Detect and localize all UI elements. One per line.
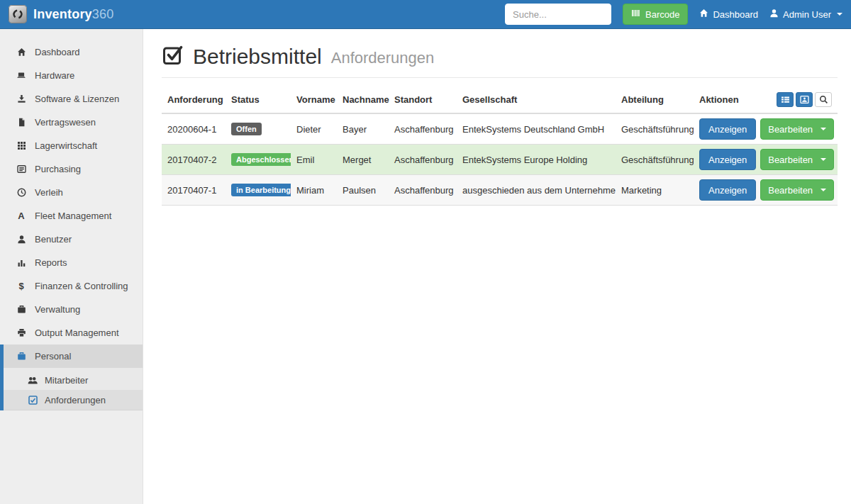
nav-dashboard-link[interactable]: Dashboard [699,9,758,20]
search-input[interactable] [505,4,611,25]
sidebar-item-finanzen-controlling[interactable]: $ Finanzen & Controlling [0,274,143,298]
view-button[interactable]: Anzeigen [699,149,756,170]
sidebar-item-benutzer[interactable]: Benutzer [0,228,143,251]
page-header: Betriebsmittel Anforderungen [162,44,838,78]
cell-abteilung: Geschäftsführung [616,145,694,175]
briefcase-icon [16,305,27,314]
sidebar-item-label: Fleet Management [35,211,111,221]
search-button[interactable] [815,92,832,107]
sidebar-item-vertragswesen[interactable]: Vertragswesen [0,111,143,134]
check-square-icon [162,44,184,69]
sidebar-item-dashboard[interactable]: Dashboard [0,40,143,64]
edit-button-label: Bearbeiten [768,124,813,135]
chevron-down-icon [821,158,826,161]
edit-button[interactable]: Bearbeiten [760,179,834,201]
cell-nachname: Bayer [337,113,389,145]
nav-dashboard-label: Dashboard [713,9,758,20]
edit-button[interactable]: Bearbeiten [760,149,834,170]
card-view-icon [800,95,809,104]
col-header-vorname: Vorname [291,86,337,113]
sidebar-item-fleet-management[interactable]: A Fleet Management [0,204,143,228]
sidebar-item-label: Finanzen & Controlling [35,281,128,291]
sidebar-active-section: Personal Mitarbeiter Anforderungen [0,345,143,410]
grid-icon [16,141,27,150]
col-header-abteilung: Abteilung [616,86,694,113]
dollar-icon: $ [16,281,27,291]
sidebar-item-label: Purchasing [35,164,81,174]
cell-standort: Aschaffenburg [389,113,457,145]
user-menu-label: Admin User [783,9,831,20]
edit-button-label: Bearbeiten [768,185,813,196]
sidebar-item-label: Software & Lizenzen [35,94,119,104]
cell-vorname: Miriam [291,175,337,206]
sidebar-item-personal[interactable]: Personal [0,345,143,368]
sidebar-subitem-label: Anforderungen [45,395,106,405]
briefcase-icon [16,352,27,361]
sidebar-item-label: Output Management [35,327,119,338]
sidebar-item-label: Verwaltung [35,304,80,315]
laptop-icon [16,71,27,80]
sidebar-item-reports[interactable]: Reports [0,251,143,274]
user-icon [769,9,779,20]
document-icon [16,118,27,127]
view-button[interactable]: Anzeigen [699,118,756,140]
printer-icon [16,328,27,337]
card-view-button[interactable] [796,92,813,107]
brand-title: Inventory360 [33,7,113,22]
cell-abteilung: Marketing [616,175,694,206]
cell-gesellschaft: EntekSystems Deutschland GmbH [457,113,616,145]
sidebar-item-lagerwirtschaft[interactable]: Lagerwirtschaft [0,134,143,157]
sidebar-item-label: Lagerwirtschaft [35,140,97,151]
cell-anforderung: 20170407-2 [162,145,226,175]
col-header-standort: Standort [389,86,457,113]
barcode-button[interactable]: Barcode [623,4,688,25]
table-toolbar [777,92,832,107]
brand-link[interactable]: Inventory360 [9,5,113,23]
list-view-button[interactable] [777,92,794,107]
page-subtitle: Anforderungen [331,47,435,66]
view-button[interactable]: Anzeigen [699,179,756,201]
barcode-label: Barcode [645,9,679,20]
sidebar-item-purchasing[interactable]: Purchasing [0,157,143,181]
edit-button-label: Bearbeiten [768,155,813,165]
sidebar-submenu: Mitarbeiter Anforderungen [0,368,143,410]
car-icon: A [16,211,27,220]
cell-standort: Aschaffenburg [389,145,457,175]
cell-vorname: Emil [291,145,337,175]
sidebar-item-label: Hardware [35,70,74,81]
status-badge: Abgeschlossen [231,153,291,166]
sidebar-item-hardware[interactable]: Hardware [0,64,143,87]
list-view-icon [781,95,790,104]
sidebar-subitem-mitarbeiter[interactable]: Mitarbeiter [0,370,143,390]
sidebar-item-software-lizenzen[interactable]: Software & Lizenzen [0,87,143,111]
edit-button[interactable]: Bearbeiten [760,118,834,140]
check-square-icon [27,396,38,405]
sidebar-item-label: Vertragswesen [35,117,96,128]
top-navbar: Inventory360 Barcode Dashboard Admin Use… [0,0,851,29]
home-icon [699,9,708,20]
sidebar-item-output-management[interactable]: Output Management [0,321,143,345]
user-menu[interactable]: Admin User [769,9,842,20]
sidebar-item-label: Reports [35,257,67,268]
cell-gesellschaft: EntekSystems Europe Holding [457,145,616,175]
cell-vorname: Dieter [291,113,337,145]
search-icon [819,95,828,104]
sidebar-item-verwaltung[interactable]: Verwaltung [0,298,143,321]
sidebar-subitem-anforderungen[interactable]: Anforderungen [0,390,143,410]
sidebar-subitem-label: Mitarbeiter [45,375,88,386]
cell-abteilung: Geschäftsführung [616,113,694,145]
col-header-anforderung: Anforderung [162,86,226,113]
col-header-aktionen: Aktionen [699,94,739,105]
table-row: 20170407-2 Abgeschlossen Emil Merget Asc… [162,145,838,175]
anforderungen-table: Anforderung Status Vorname Nachname Stan… [162,86,838,206]
sidebar: Dashboard Hardware Software & Lizenzen V… [0,29,143,504]
sidebar-item-verleih[interactable]: Verleih [0,181,143,204]
page-title: Betriebsmittel [193,46,322,67]
table-row: 20170407-1 in Bearbeitung Miriam Paulsen… [162,175,838,206]
clock-icon [16,188,27,197]
sidebar-item-label: Verleih [35,187,63,198]
cell-nachname: Merget [337,145,389,175]
brand-suffix: 360 [92,7,114,21]
cell-gesellschaft: ausgeschieden aus dem Unternehmen [457,175,616,206]
chevron-down-icon [837,13,842,16]
